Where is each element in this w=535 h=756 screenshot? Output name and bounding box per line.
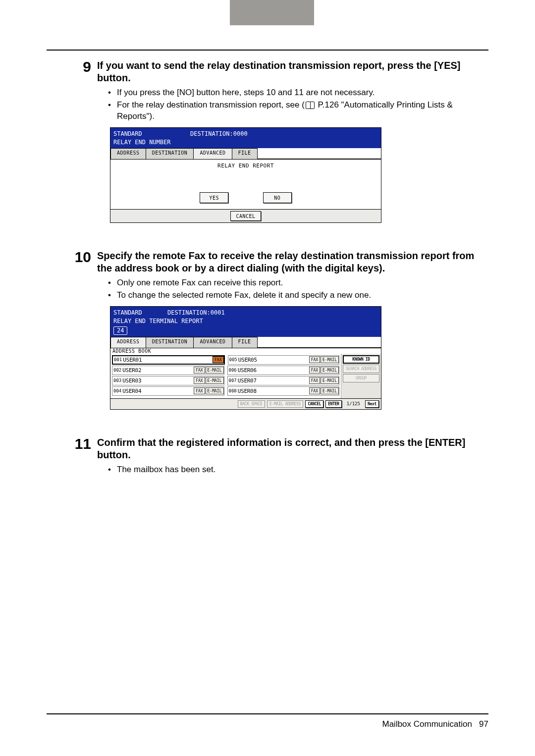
step-bullets: Only one remote Fax can receive this rep… xyxy=(110,277,488,301)
mode-label: STANDARD xyxy=(113,309,142,317)
tab-file[interactable]: FILE xyxy=(232,148,258,159)
email-button[interactable]: E-MAIL xyxy=(321,367,339,374)
tab-advanced[interactable]: ADVANCED xyxy=(193,337,232,348)
tab-destination[interactable]: DESTINATION xyxy=(146,148,194,159)
step-number: 9 xyxy=(47,59,97,238)
address-entry[interactable]: 003 USER03 FAX E-MAIL xyxy=(112,376,224,385)
bullet-item: For the relay destination transmission r… xyxy=(110,100,488,122)
fax-button[interactable]: FAX xyxy=(309,367,320,374)
address-entry[interactable]: 008 USER08 FAX E-MAIL xyxy=(227,386,340,396)
search-address-button[interactable]: SEARCH ADDRESS xyxy=(343,365,379,373)
step-11: 11 Confirm that the registered informati… xyxy=(47,436,488,481)
address-list: 001 USER01 FAX 005 USER05 FAX E-MAIL xyxy=(110,354,341,398)
no-button[interactable]: NO xyxy=(263,192,292,203)
destination-label: DESTINATION:0000 xyxy=(190,130,248,138)
tab-address[interactable]: ADDRESS xyxy=(110,148,146,159)
header-accent-block xyxy=(230,0,314,25)
known-id-button[interactable]: KNOWN ID xyxy=(343,355,379,364)
tab-row: ADDRESS DESTINATION ADVANCED FILE xyxy=(110,148,381,159)
email-button[interactable]: E-MAIL xyxy=(206,387,224,394)
address-entry[interactable]: 004 USER04 FAX E-MAIL xyxy=(112,386,224,396)
mode-label: STANDARD xyxy=(113,130,142,138)
step-title: Confirm that the registered information … xyxy=(97,436,488,461)
fax-button[interactable]: FAX xyxy=(309,356,320,363)
email-button[interactable]: E-MAIL xyxy=(321,387,339,394)
book-icon xyxy=(306,102,315,109)
mockup-footer: BACK SPACE E-MAIL ADDRESS CANCEL ENTER 1… xyxy=(110,398,381,409)
email-address-button[interactable]: E-MAIL ADDRESS xyxy=(267,400,303,408)
tab-file[interactable]: FILE xyxy=(232,337,258,348)
panel-label: ADDRESS BOOK xyxy=(110,348,381,354)
horizontal-rule-top xyxy=(47,50,488,51)
screen-mockup-address-book: STANDARD DESTINATION:0001 RELAY END TERM… xyxy=(110,306,381,410)
side-panel: KNOWN ID SEARCH ADDRESS GROUP xyxy=(341,354,381,398)
sub-label: RELAY END TERMINAL REPORT xyxy=(113,318,203,324)
mockup-header: STANDARD DESTINATION:0000 RELAY END NUMB… xyxy=(110,128,381,149)
bullet-item: Only one remote Fax can receive this rep… xyxy=(110,277,488,289)
footer-section: Mailbox Communication xyxy=(382,719,472,729)
email-button[interactable]: E-MAIL xyxy=(206,367,224,374)
fax-button[interactable]: FAX xyxy=(309,387,320,394)
cancel-button[interactable]: CANCEL xyxy=(230,211,261,221)
next-button[interactable]: Next xyxy=(365,400,379,408)
step-number: 11 xyxy=(47,436,97,481)
fax-button[interactable]: FAX xyxy=(194,387,205,394)
fax-button[interactable]: FAX xyxy=(309,377,320,384)
yes-button[interactable]: YES xyxy=(200,192,228,203)
address-entry[interactable]: 007 USER07 FAX E-MAIL xyxy=(227,376,340,385)
dial-number-box: 24 xyxy=(113,326,127,335)
mockup-header: STANDARD DESTINATION:0001 RELAY END TERM… xyxy=(110,307,381,337)
screen-mockup-relay-report: STANDARD DESTINATION:0000 RELAY END NUMB… xyxy=(110,127,381,223)
step-bullets: The mailbox has been set. xyxy=(110,464,488,476)
address-entry[interactable]: 002 USER02 FAX E-MAIL xyxy=(112,366,224,375)
fax-button[interactable]: FAX xyxy=(213,356,223,363)
horizontal-rule-bottom xyxy=(47,713,488,714)
tab-address[interactable]: ADDRESS xyxy=(110,337,146,348)
email-button[interactable]: E-MAIL xyxy=(321,356,339,363)
bullet-item: To change the selected remote Fax, delet… xyxy=(110,290,488,301)
tab-row: ADDRESS DESTINATION ADVANCED FILE xyxy=(110,337,381,348)
enter-button[interactable]: ENTER xyxy=(325,400,342,408)
step-bullets: If you press the [NO] button here, steps… xyxy=(110,87,488,122)
step-9: 9 If you want to send the relay destinat… xyxy=(47,59,488,238)
email-button[interactable]: E-MAIL xyxy=(321,377,339,384)
tab-advanced[interactable]: ADVANCED xyxy=(193,148,232,159)
step-number: 10 xyxy=(47,250,97,424)
footer-page-number: 97 xyxy=(479,719,488,729)
page-indicator: 1/125 xyxy=(344,401,363,406)
step-10: 10 Specify the remote Fax to receive the… xyxy=(47,250,488,424)
group-button[interactable]: GROUP xyxy=(343,374,379,382)
bullet-item: If you press the [NO] button here, steps… xyxy=(110,87,488,99)
panel-label: RELAY END REPORT xyxy=(110,160,381,169)
tab-destination[interactable]: DESTINATION xyxy=(146,337,194,348)
backspace-button[interactable]: BACK SPACE xyxy=(238,400,265,408)
email-button[interactable]: E-MAIL xyxy=(206,377,224,384)
step-title: Specify the remote Fax to receive the re… xyxy=(97,250,488,274)
destination-label: DESTINATION:0001 xyxy=(167,309,225,317)
fax-button[interactable]: FAX xyxy=(194,367,205,374)
footer-text: Mailbox Communication 97 xyxy=(382,719,489,729)
bullet-item: The mailbox has been set. xyxy=(110,464,488,476)
fax-button[interactable]: FAX xyxy=(194,377,205,384)
cancel-button[interactable]: CANCEL xyxy=(305,400,323,408)
address-entry[interactable]: 005 USER05 FAX E-MAIL xyxy=(228,355,340,365)
step-title: If you want to send the relay destinatio… xyxy=(97,59,488,84)
address-entry[interactable]: 006 USER06 FAX E-MAIL xyxy=(227,366,340,375)
sub-label: RELAY END NUMBER xyxy=(113,139,171,146)
address-entry[interactable]: 001 USER01 FAX xyxy=(112,355,225,365)
